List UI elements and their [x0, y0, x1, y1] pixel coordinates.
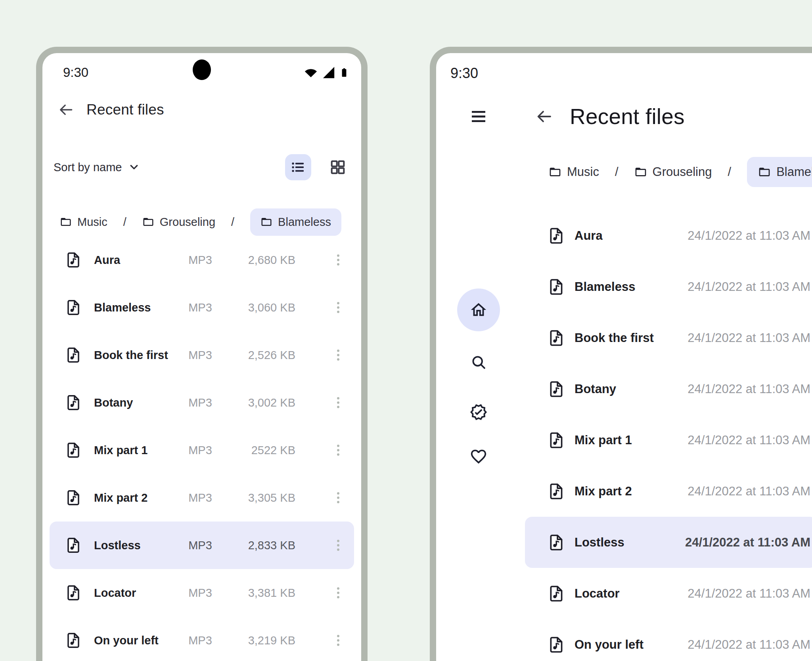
audio-file-icon: [65, 632, 82, 649]
file-row[interactable]: Blameless MP3 3,060 KB: [50, 284, 354, 331]
status-bar: 9:30: [42, 53, 361, 86]
breadcrumb-item-music[interactable]: Music: [60, 216, 107, 229]
breadcrumb-item-music[interactable]: Music: [549, 165, 599, 179]
file-row[interactable]: Locator MP3 3,381 KB: [50, 569, 354, 617]
file-modified-date: 24/1/2022 at 11:03 AM: [688, 586, 810, 601]
file-type: MP3: [176, 301, 224, 314]
verified-badge-icon: [469, 403, 488, 421]
home-icon: [469, 301, 488, 319]
status-icons: [303, 65, 349, 80]
more-options-icon[interactable]: [331, 394, 345, 411]
more-options-icon[interactable]: [331, 632, 345, 649]
nav-rail-item-search[interactable]: [457, 353, 500, 371]
sort-label: Sort by name: [54, 161, 122, 174]
hamburger-menu-icon[interactable]: [469, 107, 488, 126]
file-modified-date: 24/1/2022 at 11:03 AM: [688, 229, 810, 243]
file-row[interactable]: Lostless MP3 2,833 KB: [50, 522, 354, 569]
grid-view-icon: [329, 158, 347, 176]
more-options-icon[interactable]: [331, 441, 345, 459]
file-row[interactable]: Mix part 2 24/1/2022 at 11:03 AM: [525, 466, 812, 517]
view-toggle: [285, 154, 347, 180]
heart-icon: [469, 447, 488, 466]
breadcrumb-item-grouseling[interactable]: Grouseling: [634, 165, 712, 179]
file-row[interactable]: Locator 24/1/2022 at 11:03 AM: [525, 568, 812, 619]
audio-file-icon: [65, 489, 82, 506]
file-row[interactable]: Mix part 2 MP3 3,305 KB: [50, 474, 354, 522]
file-name: Botany: [575, 382, 688, 396]
file-type: MP3: [176, 491, 224, 504]
nav-rail-item-verified[interactable]: [457, 403, 500, 421]
more-options-icon[interactable]: [331, 537, 345, 554]
file-name: Lostless: [94, 539, 176, 552]
file-list: Aura MP3 2,680 KB Blameless MP3 3,060 KB…: [50, 236, 354, 661]
file-type: MP3: [176, 396, 224, 409]
back-arrow-icon[interactable]: [534, 107, 553, 126]
back-arrow-icon[interactable]: [57, 101, 75, 118]
file-modified-date: 24/1/2022 at 11:03 AM: [685, 535, 810, 550]
breadcrumb-item-grouseling[interactable]: Grouseling: [142, 216, 215, 229]
file-row[interactable]: Aura MP3 2,680 KB: [50, 236, 354, 284]
file-type: MP3: [176, 349, 224, 362]
folder-icon: [142, 216, 154, 228]
file-name: Locator: [575, 586, 688, 601]
nav-rail-item-home-active[interactable]: [457, 288, 500, 331]
file-name: Mix part 2: [575, 484, 688, 499]
file-row[interactable]: Aura 24/1/2022 at 11:03 AM: [525, 210, 812, 261]
audio-file-icon: [547, 227, 565, 245]
file-row[interactable]: On your left MP3 3,219 KB: [50, 617, 354, 661]
nav-rail-item-favorites[interactable]: [457, 447, 500, 466]
breadcrumb-label: Music: [567, 165, 599, 179]
file-size: 3,002 KB: [224, 396, 295, 409]
file-row[interactable]: Blameless 24/1/2022 at 11:03 AM: [525, 261, 812, 312]
battery-icon: [339, 65, 349, 80]
file-name: Book the first: [94, 349, 176, 362]
file-row[interactable]: Botany MP3 3,002 KB: [50, 379, 354, 426]
file-row[interactable]: Mix part 1 MP3 2522 KB: [50, 426, 354, 474]
file-name: Blameless: [94, 301, 176, 314]
file-type: MP3: [176, 586, 224, 600]
file-row[interactable]: Botany 24/1/2022 at 11:03 AM: [525, 363, 812, 415]
file-size: 2,833 KB: [224, 539, 295, 552]
more-options-icon[interactable]: [331, 251, 345, 269]
sort-dropdown[interactable]: Sort by name: [54, 160, 141, 174]
audio-file-icon: [65, 584, 82, 602]
grid-view-button[interactable]: [329, 158, 347, 176]
folder-icon: [758, 166, 771, 178]
file-modified-date: 24/1/2022 at 11:03 AM: [688, 331, 810, 345]
file-modified-date: 24/1/2022 at 11:03 AM: [688, 433, 810, 447]
file-row[interactable]: Book the first 24/1/2022 at 11:03 AM: [525, 312, 812, 363]
more-options-icon[interactable]: [331, 346, 345, 364]
breadcrumb-item-blameless-current[interactable]: Blameless: [747, 157, 812, 187]
more-options-icon[interactable]: [331, 584, 345, 602]
toolbar: Sort by name: [54, 152, 347, 182]
audio-file-icon: [65, 299, 82, 316]
folder-icon: [549, 166, 561, 178]
breadcrumb-separator: /: [231, 216, 234, 229]
file-size: 3,060 KB: [224, 301, 295, 314]
audio-file-icon: [547, 380, 565, 398]
more-options-icon[interactable]: [331, 299, 345, 316]
file-row[interactable]: On your left 24/1/2022 at 11:03 AM: [525, 619, 812, 661]
file-row[interactable]: Lostless 24/1/2022 at 11:03 AM: [525, 517, 812, 568]
status-time: 9:30: [450, 65, 478, 82]
list-view-button[interactable]: [285, 154, 311, 180]
audio-file-icon: [547, 533, 565, 552]
breadcrumb-item-blameless-current[interactable]: Blameless: [250, 208, 341, 236]
breadcrumb-separator: /: [123, 216, 126, 229]
file-row[interactable]: Mix part 1 24/1/2022 at 11:03 AM: [525, 415, 812, 466]
file-row[interactable]: Book the first MP3 2,526 KB: [50, 331, 354, 379]
page-title: Recent files: [570, 104, 685, 129]
audio-file-icon: [547, 431, 565, 449]
file-type: MP3: [176, 444, 224, 457]
breadcrumb: Music / Grouseling / Blameless: [60, 207, 341, 237]
phone-mockup-expanded: 9:30 Recent files Music / Grouseling / B…: [430, 47, 812, 661]
file-name: Aura: [94, 254, 176, 267]
file-size: 2,680 KB: [224, 254, 295, 267]
folder-icon: [634, 166, 647, 178]
file-name: Locator: [94, 586, 176, 600]
more-options-icon[interactable]: [331, 489, 345, 506]
file-size: 3,305 KB: [224, 491, 295, 504]
breadcrumb-label: Blameless: [776, 165, 812, 179]
file-type: MP3: [176, 539, 224, 552]
app-bar: Recent files: [436, 95, 812, 138]
